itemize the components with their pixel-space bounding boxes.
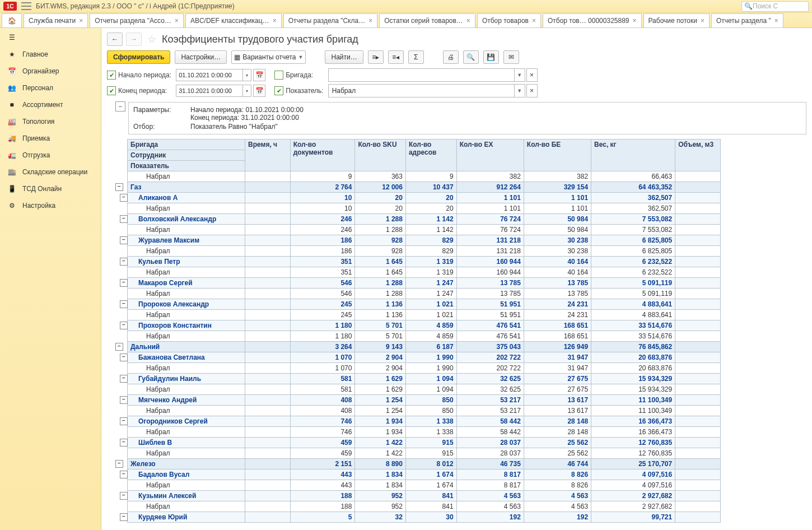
params-collapse-toggle[interactable]: − xyxy=(115,101,125,111)
tab-2[interactable]: ABC/DEF классификац…× xyxy=(185,13,282,27)
table-row[interactable]: Набрал4431 8341 6748 8178 8264 097,516 xyxy=(128,480,721,491)
chevron-down-icon[interactable]: ▼ xyxy=(514,85,525,97)
sidebar-item-5[interactable]: 🚚Приемка xyxy=(0,130,101,147)
menu-icon[interactable] xyxy=(21,2,31,10)
find-button[interactable]: Найти… xyxy=(325,50,363,64)
row-toggle[interactable]: − xyxy=(120,396,128,404)
tab-7[interactable]: Рабочие потоки× xyxy=(643,13,710,27)
close-icon[interactable]: × xyxy=(466,17,470,25)
close-icon[interactable]: × xyxy=(701,17,704,25)
favorite-icon[interactable]: ☆ xyxy=(147,33,156,45)
tab-1[interactable]: Отчеты раздела "Ассо…× xyxy=(90,13,184,27)
brigade-checkbox[interactable]: ✔ xyxy=(274,71,283,80)
sidebar-item-2[interactable]: 👥Персонал xyxy=(0,80,101,96)
start-period-input[interactable]: 01.10.2021 0:00:00 xyxy=(176,69,243,81)
row-toggle[interactable]: − xyxy=(115,460,123,468)
close-icon[interactable]: × xyxy=(79,17,83,25)
row-toggle[interactable]: − xyxy=(120,513,128,521)
nav-back-button[interactable]: ← xyxy=(107,32,123,46)
start-period-spin[interactable]: ▾ xyxy=(243,69,251,81)
row-toggle[interactable]: − xyxy=(120,375,128,383)
table-row[interactable]: Набрал1889528414 5634 5632 927,682 xyxy=(128,501,721,512)
close-icon[interactable]: × xyxy=(175,17,179,25)
table-row[interactable]: −Аликанов А1020201 1011 101362,507 xyxy=(128,193,721,203)
row-toggle[interactable]: − xyxy=(120,471,128,478)
table-row[interactable]: −Дальний3 2649 1436 187375 043126 94976 … xyxy=(128,342,721,352)
print-button[interactable]: 🖨 xyxy=(443,50,459,64)
nav-fwd-button[interactable]: → xyxy=(126,32,142,46)
metric-input[interactable]: Набрал▼ xyxy=(328,84,525,97)
email-button[interactable]: ✉ xyxy=(503,50,519,64)
metric-checkbox[interactable]: ✔ xyxy=(274,86,283,95)
table-row[interactable]: Набрал186928829131 21830 2386 825,805 xyxy=(128,246,721,257)
sidebar-item-8[interactable]: 📱ТСД Онлайн xyxy=(0,180,101,197)
end-period-spin[interactable]: ▾ xyxy=(243,85,251,97)
brigade-clear[interactable]: × xyxy=(526,68,538,82)
table-row[interactable]: Набрал5811 6291 09432 62527 67515 934,32… xyxy=(128,384,721,395)
table-row[interactable]: Набрал2461 2881 14276 72450 9847 553,082 xyxy=(128,225,721,235)
save-button[interactable]: 💾 xyxy=(483,50,499,64)
table-row[interactable]: −Журавлев Максим186928829131 21830 2386 … xyxy=(128,235,721,246)
table-row[interactable]: −Огородников Сергей7461 9341 33858 44228… xyxy=(128,416,721,427)
close-icon[interactable]: × xyxy=(368,17,372,25)
table-row[interactable]: −Кузьмин Алексей1889528414 5634 5632 927… xyxy=(128,491,721,501)
table-row[interactable]: Набрал1 0702 9041 990202 72231 94720 683… xyxy=(128,363,721,374)
table-row[interactable]: −Железо2 1518 8908 01246 73546 74425 170… xyxy=(128,459,721,469)
sidebar-item-1[interactable]: 📅Органайзер xyxy=(0,63,101,80)
table-row[interactable]: −Курдяев Юрий5323019219299,721 xyxy=(128,512,721,523)
chevron-down-icon[interactable]: ▼ xyxy=(514,69,525,81)
table-row[interactable]: Набрал1 1805 7014 859476 541168 65133 51… xyxy=(128,331,721,342)
sidebar-item-9[interactable]: ⚙Настройка xyxy=(0,197,101,214)
tab-6[interactable]: Отбор тов… 00000325889× xyxy=(543,13,642,27)
metric-clear[interactable]: × xyxy=(526,84,538,97)
row-toggle[interactable]: − xyxy=(120,300,128,308)
row-toggle[interactable]: − xyxy=(120,194,128,202)
global-search[interactable]: 🔍 Поиск C xyxy=(741,1,809,12)
end-period-calendar[interactable]: 📅 xyxy=(253,85,265,97)
close-icon[interactable]: × xyxy=(273,17,277,25)
sum-button[interactable]: Σ xyxy=(408,50,424,64)
sidebar-toggle[interactable]: ☰ xyxy=(0,29,101,46)
row-toggle[interactable]: − xyxy=(115,183,123,191)
row-toggle[interactable]: − xyxy=(120,258,128,266)
table-row[interactable]: −Газ2 76412 00610 437912 264329 15464 46… xyxy=(128,182,721,193)
variants-dropdown[interactable]: ▦Варианты отчета▼ xyxy=(231,50,306,64)
preview-button[interactable]: 🔍 xyxy=(463,50,479,64)
form-button[interactable]: Сформировать xyxy=(107,50,170,64)
table-row[interactable]: Набрал4591 42291528 03725 56212 760,835 xyxy=(128,448,721,459)
table-row[interactable]: −Губайдулин Наиль5811 6291 09432 62527 6… xyxy=(128,374,721,384)
tab-3[interactable]: Отчеты раздела "Скла…× xyxy=(283,13,378,27)
row-toggle[interactable]: − xyxy=(120,215,128,223)
close-icon[interactable]: × xyxy=(774,17,778,25)
start-period-checkbox[interactable]: ✔ xyxy=(107,71,116,80)
table-row[interactable]: −Бадалов Вусал4431 8341 6748 8178 8264 0… xyxy=(128,469,721,480)
sidebar-item-6[interactable]: 🚛Отгрузка xyxy=(0,147,101,164)
table-row[interactable]: Набрал9363938238266,463 xyxy=(128,171,721,182)
row-toggle[interactable]: − xyxy=(120,439,128,447)
sidebar-item-7[interactable]: 🏬Складские операции xyxy=(0,164,101,180)
collapse-rows-button[interactable]: ≡◂ xyxy=(388,50,404,64)
expand-rows-button[interactable]: ≡▸ xyxy=(368,50,384,64)
tab-0[interactable]: Служба печати× xyxy=(24,13,88,27)
sidebar-item-4[interactable]: 🏭Топология xyxy=(0,113,101,130)
row-toggle[interactable]: − xyxy=(120,492,128,500)
table-row[interactable]: Набрал3511 6451 319160 94440 1646 232,52… xyxy=(128,267,721,278)
tab-4[interactable]: Остатки серий товаров…× xyxy=(379,13,475,27)
table-row[interactable]: Набрал7461 9341 33858 44228 14816 366,47… xyxy=(128,427,721,438)
row-toggle[interactable]: − xyxy=(120,236,128,244)
table-row[interactable]: −Пророков Александр2451 1361 02151 95124… xyxy=(128,299,721,310)
tab-5[interactable]: Отбор товаров× xyxy=(477,13,541,27)
start-period-calendar[interactable]: 📅 xyxy=(253,69,265,81)
row-toggle[interactable]: − xyxy=(120,417,128,425)
row-toggle[interactable]: − xyxy=(120,279,128,287)
table-row[interactable]: Набрал5461 2881 24713 78513 7855 091,119 xyxy=(128,289,721,299)
end-period-checkbox[interactable]: ✔ xyxy=(107,86,116,95)
sidebar-item-3[interactable]: ■Ассортимент xyxy=(0,96,101,113)
table-row[interactable]: −Бажанова Светлана1 0702 9041 990202 722… xyxy=(128,352,721,363)
table-row[interactable]: −Кульев Петр3511 6451 319160 94440 1646 … xyxy=(128,257,721,267)
end-period-input[interactable]: 31.10.2021 0:00:00 xyxy=(176,85,243,97)
close-icon[interactable]: × xyxy=(532,17,536,25)
close-icon[interactable]: × xyxy=(633,17,637,25)
table-row[interactable]: −Макаров Сергей5461 2881 24713 78513 785… xyxy=(128,278,721,289)
sidebar-item-0[interactable]: ★Главное xyxy=(0,46,101,63)
